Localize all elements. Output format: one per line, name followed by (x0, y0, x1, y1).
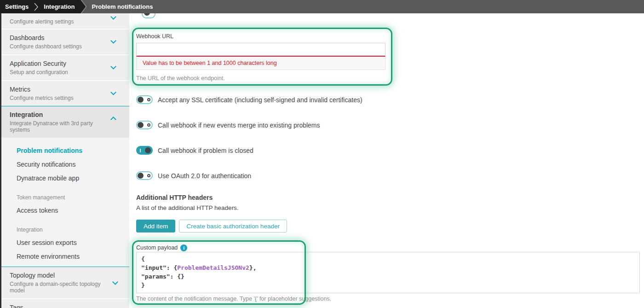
toggle-knob (145, 147, 151, 153)
sidebar-item-dynatrace-mobile-app[interactable]: Dynatrace mobile app (0, 171, 129, 185)
toggle-label: Use OAuth 2.0 for authentication (158, 172, 251, 180)
toggle-knob (138, 97, 144, 103)
validation-error-text: Value has to be between 1 and 1000 chara… (143, 60, 277, 66)
code-line: { (141, 255, 639, 263)
code-line: "input": {ProblemDetailsJSONv2}, (141, 263, 639, 272)
breadcrumb-item-current: Problem notifications (92, 0, 153, 13)
breadcrumb-item-integration[interactable]: Integration (44, 3, 75, 10)
code-line: "params": {} (141, 272, 639, 281)
chevron-right-icon (34, 2, 38, 12)
sidebar-group-title: Application Security (10, 60, 111, 67)
toggle-off-ring (147, 98, 150, 101)
toggle-row-problem-closed: Call webhook if problem is closed (136, 146, 253, 155)
sidebar-item-problem-notifications[interactable]: Problem notifications (0, 144, 129, 157)
problem-closed-toggle[interactable] (136, 146, 153, 155)
toggle-off-ring (147, 174, 150, 177)
webhook-url-label: Webhook URL (136, 33, 385, 40)
chevron-down-icon[interactable] (110, 89, 116, 95)
sidebar-group-tags[interactable]: Tags Group entities using custom tags (0, 298, 129, 308)
toggle-label: Accept any SSL certificate (including se… (158, 96, 362, 104)
webhook-url-hint: The URL of the webhook endpoint. (136, 75, 385, 81)
sidebar-group-title: Tags (10, 304, 111, 308)
toggle-row-merge-events: Call webhook if new events merge into ex… (136, 121, 320, 129)
toggle-knob (138, 173, 144, 179)
sidebar-group-subtitle: Setup and configuration (10, 69, 111, 76)
chevron-up-icon[interactable] (110, 116, 116, 122)
placeholder-token: ProblemDetailsJSONv2 (177, 264, 249, 271)
webhook-url-input[interactable] (136, 43, 385, 57)
toggle-row-oauth: Use OAuth 2.0 for authentication (136, 171, 251, 180)
toggle-on-bar (140, 149, 141, 152)
code-line: } (141, 281, 639, 290)
custom-payload-hint: The content of the notification message.… (136, 296, 331, 302)
info-icon[interactable]: i (180, 244, 187, 251)
sidebar-group-subtitle: Configure a domain-specific topology mod… (10, 281, 111, 294)
toggle-row-ssl: Accept any SSL certificate (including se… (136, 95, 362, 104)
breadcrumb-tabs: Settings Integration (0, 0, 86, 13)
toggle-label: Call webhook if problem is closed (158, 147, 253, 154)
ssl-certificate-toggle[interactable] (136, 95, 153, 104)
http-headers-description: A list of the additional HTTP headers. (136, 204, 239, 211)
sidebar-group-subtitle: Configure alerting settings (10, 18, 111, 25)
sidebar-item-user-session-exports[interactable]: User session exports (0, 236, 129, 250)
sidebar-section-token-management: Token management (0, 192, 129, 203)
sidebar-group-metrics[interactable]: Metrics Configure metrics settings (0, 80, 129, 106)
sidebar-left-edge (0, 13, 1, 308)
toggle-switch-partial[interactable] (142, 13, 155, 18)
sidebar-item-remote-environments[interactable]: Remote environments (0, 250, 129, 263)
webhook-configuration-form: Webhook URL Value has to be between 1 an… (129, 13, 644, 308)
custom-payload-label-row: Custom payload i (136, 244, 187, 251)
settings-sidebar: Configure alerting settings Dashboards C… (0, 13, 129, 308)
sidebar-group-title: Integration (10, 111, 111, 118)
sidebar-group-subtitle: Integrate Dynatrace with 3rd party syste… (10, 120, 111, 133)
http-headers-heading: Additional HTTP headers (136, 194, 213, 201)
oauth-toggle[interactable] (136, 171, 153, 180)
sidebar-group-subtitle: Configure dashboard settings (10, 43, 111, 50)
sidebar-group-alerting[interactable]: Configure alerting settings (0, 13, 129, 29)
custom-payload-editor[interactable]: { "input": {ProblemDetailsJSONv2}, "para… (136, 252, 640, 293)
toggle-label: Call webhook if new events merge into ex… (158, 122, 320, 129)
custom-payload-label: Custom payload (136, 244, 178, 251)
breadcrumb: Settings Integration Problem notificatio… (0, 0, 644, 13)
toggle-knob (144, 13, 150, 16)
sidebar-group-subtitle: Configure metrics settings (10, 95, 111, 101)
sidebar-integration-submenu: Problem notifications Security notificat… (0, 138, 129, 267)
chevron-down-icon[interactable] (110, 64, 116, 70)
validation-error-strip: Value has to be between 1 and 1000 chara… (136, 57, 385, 70)
sidebar-group-dashboards[interactable]: Dashboards Configure dashboard settings (0, 29, 129, 54)
http-headers-actions: Add item Create basic authorization head… (136, 220, 287, 232)
merge-events-toggle[interactable] (136, 121, 153, 129)
sidebar-item-security-notifications[interactable]: Security notifications (0, 157, 129, 171)
sidebar-group-title: Topology model (10, 272, 111, 279)
create-basic-auth-header-button[interactable]: Create basic authorization header (179, 220, 287, 232)
sidebar-item-access-tokens[interactable]: Access tokens (0, 203, 129, 217)
sidebar-group-title: Metrics (10, 86, 111, 93)
chevron-down-icon[interactable] (110, 14, 116, 20)
chevron-down-icon[interactable] (110, 38, 116, 44)
chevron-down-icon[interactable] (112, 279, 118, 285)
webhook-url-field-group: Webhook URL Value has to be between 1 an… (136, 33, 385, 81)
breadcrumb-tab-group: Settings Integration (0, 0, 86, 13)
toggle-knob (138, 122, 144, 128)
breadcrumb-item-settings[interactable]: Settings (5, 3, 29, 10)
add-item-button[interactable]: Add item (136, 220, 175, 232)
toggle-off-ring (147, 123, 150, 127)
sidebar-group-application-security[interactable]: Application Security Setup and configura… (0, 54, 129, 80)
sidebar-group-integration[interactable]: Integration Integrate Dynatrace with 3rd… (0, 106, 129, 138)
sidebar-group-title: Dashboards (10, 34, 111, 41)
problem-notifications-settings-page: Settings Integration Problem notificatio… (0, 0, 644, 308)
sidebar-group-topology-model[interactable]: Topology model Configure a domain-specif… (0, 267, 129, 298)
sidebar-section-integration: Integration (0, 224, 129, 236)
